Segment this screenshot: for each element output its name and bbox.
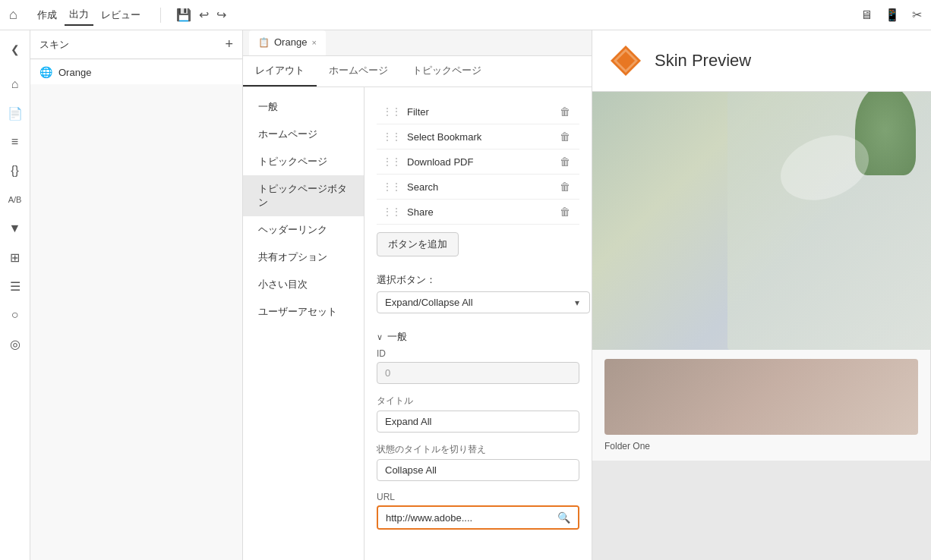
url-browse-button[interactable]: 🔍 <box>550 507 578 528</box>
sidebar-icon-code[interactable]: {} <box>2 158 28 184</box>
table-row: ⋮⋮ Search 🗑 <box>377 175 579 200</box>
menu-right: 🖥 📱 ✂ <box>860 8 922 22</box>
tab-panel: 📋 Orange × レイアウト ホームページ トピックページ 一般 ホームペー… <box>243 30 592 560</box>
panel-item-orange[interactable]: 🌐 Orange <box>30 60 242 84</box>
toggle-title-input[interactable] <box>377 459 579 481</box>
nav-topicpage[interactable]: トピックページ <box>243 148 364 175</box>
menu-bar: ⌂ 作成 出力 レビュー 💾 ↩ ↪ 🖥 📱 ✂ <box>0 0 931 30</box>
button-label: Share <box>407 206 557 218</box>
table-row: ⋮⋮ Filter 🗑 <box>377 99 579 124</box>
tab-close-icon[interactable]: × <box>311 38 316 47</box>
sidebar-icon-grid[interactable]: ⊞ <box>2 244 28 270</box>
sidebar-icon-home[interactable]: ⌂ <box>2 71 28 97</box>
nav-tabs: レイアウト ホームページ トピックページ <box>243 56 592 87</box>
tabs-bar: 📋 Orange × <box>243 30 592 56</box>
title-label: タイトル <box>377 395 579 407</box>
nav-small-toc[interactable]: 小さい目次 <box>243 271 364 298</box>
tab-label: Orange <box>274 36 307 48</box>
url-input-row: 🔍 <box>377 505 579 530</box>
sidebar-icon-settings[interactable]: ◎ <box>2 331 28 357</box>
id-label: ID <box>377 348 579 359</box>
button-list: ⋮⋮ Filter 🗑 ⋮⋮ Select Bookmark 🗑 ⋮⋮ <box>377 99 579 225</box>
table-row: ⋮⋮ Select Bookmark 🗑 <box>377 124 579 149</box>
title-field-group: タイトル <box>377 395 579 433</box>
url-input[interactable] <box>378 508 550 528</box>
undo-button[interactable]: ↩ <box>199 8 209 22</box>
url-field-group: URL 🔍 <box>377 492 579 530</box>
nav-topicpage-button[interactable]: トピックページボタン <box>243 175 364 216</box>
toggle-title-field-group: 状態のタイトルを切り替え <box>377 443 579 481</box>
desktop-view-button[interactable]: 🖥 <box>860 8 873 22</box>
menu-item-create[interactable]: 作成 <box>33 5 62 25</box>
preview-folder-label: Folder One <box>604 441 918 451</box>
button-label: Select Bookmark <box>407 131 557 143</box>
preview-folder-image <box>604 359 918 435</box>
drag-handle-icon[interactable]: ⋮⋮ <box>383 181 401 192</box>
redo-button[interactable]: ↪ <box>216 8 226 22</box>
nav-header-link[interactable]: ヘッダーリンク <box>243 216 364 244</box>
panel-header: スキン + <box>30 30 242 59</box>
id-field-group: ID <box>377 348 579 384</box>
mobile-view-button[interactable]: 📱 <box>885 8 900 22</box>
button-label: Search <box>407 181 557 193</box>
drag-handle-icon[interactable]: ⋮⋮ <box>383 206 401 217</box>
menu-item-review[interactable]: レビュー <box>96 5 145 25</box>
nav-tab-homepage[interactable]: ホームページ <box>317 56 400 87</box>
nav-user-assets[interactable]: ユーザーアセット <box>243 298 364 326</box>
crop-button[interactable]: ✂ <box>912 8 922 22</box>
preview-folder-item: Folder One <box>592 350 931 461</box>
section-chevron-icon: ∨ <box>377 332 383 342</box>
drag-handle-icon[interactable]: ⋮⋮ <box>383 131 401 142</box>
sidebar-icon-ab[interactable]: A/B <box>2 187 28 212</box>
save-button[interactable]: 💾 <box>176 8 191 22</box>
menu-divider-1 <box>160 8 161 23</box>
general-section-header[interactable]: ∨ 一般 <box>377 322 579 348</box>
expand-collapse-dropdown[interactable]: Expand/Collapse All Filter Search Share <box>377 291 590 313</box>
preview-bottom: Folder One <box>592 350 931 461</box>
sidebar-icon-pages[interactable]: 📄 <box>2 100 28 126</box>
url-label: URL <box>377 492 579 502</box>
browse-icon: 🔍 <box>557 511 570 524</box>
selection-row: 選択ボタン： Expand/Collapse All Filter Search… <box>377 273 579 313</box>
add-button-btn[interactable]: ボタンを追加 <box>377 232 459 256</box>
nav-general[interactable]: 一般 <box>243 93 364 121</box>
tab-icon: 📋 <box>258 37 270 48</box>
delete-button[interactable]: 🗑 <box>557 204 573 219</box>
sidebar-icon-table[interactable]: ☰ <box>2 273 28 299</box>
drag-handle-icon[interactable]: ⋮⋮ <box>383 156 401 167</box>
delete-button[interactable]: 🗑 <box>557 179 573 194</box>
nav-homepage[interactable]: ホームページ <box>243 121 364 148</box>
globe-icon: 🌐 <box>39 66 52 78</box>
preview-hero-image <box>592 92 931 350</box>
table-row: ⋮⋮ Download PDF 🗑 <box>377 149 579 175</box>
selection-label: 選択ボタン： <box>377 273 579 287</box>
button-label: Download PDF <box>407 156 557 168</box>
delete-button[interactable]: 🗑 <box>557 154 573 169</box>
sidebar-icon-filter[interactable]: ▼ <box>2 216 28 241</box>
sidebar-icon-circle[interactable]: ○ <box>2 302 28 328</box>
panel-item-label: Orange <box>58 67 91 78</box>
menu-item-output[interactable]: 出力 <box>65 5 93 26</box>
sidebar-collapse-icon[interactable]: ❮ <box>2 36 28 62</box>
settings-scroll: ⋮⋮ Filter 🗑 ⋮⋮ Select Bookmark 🗑 ⋮⋮ <box>365 87 592 560</box>
left-nav: 一般 ホームページ トピックページ トピックページボタン ヘッダーリンク 共有オ… <box>243 87 365 560</box>
title-input[interactable] <box>377 411 579 433</box>
selection-dropdown: Expand/Collapse All Filter Search Share … <box>377 291 579 313</box>
home-icon[interactable]: ⌂ <box>9 7 17 23</box>
preview-logo <box>608 42 644 79</box>
icon-sidebar: ❮ ⌂ 📄 ≡ {} A/B ▼ ⊞ ☰ ○ ◎ <box>0 30 30 560</box>
preview-title: Skin Preview <box>655 51 751 71</box>
panel-add-button[interactable]: + <box>225 36 233 52</box>
nav-tab-layout[interactable]: レイアウト <box>243 56 317 87</box>
nav-share-options[interactable]: 共有オプション <box>243 244 364 271</box>
section-label: 一般 <box>387 330 407 344</box>
id-input[interactable] <box>377 362 579 384</box>
delete-button[interactable]: 🗑 <box>557 129 573 144</box>
delete-button[interactable]: 🗑 <box>557 104 573 119</box>
nav-tab-topicpage[interactable]: トピックページ <box>400 56 494 87</box>
sidebar-icon-list[interactable]: ≡ <box>2 129 28 155</box>
drag-handle-icon[interactable]: ⋮⋮ <box>383 106 401 117</box>
preview-area: Skin Preview Folder One <box>592 30 931 560</box>
tab-orange[interactable]: 📋 Orange × <box>249 30 326 55</box>
panel-title: スキン <box>39 38 69 52</box>
